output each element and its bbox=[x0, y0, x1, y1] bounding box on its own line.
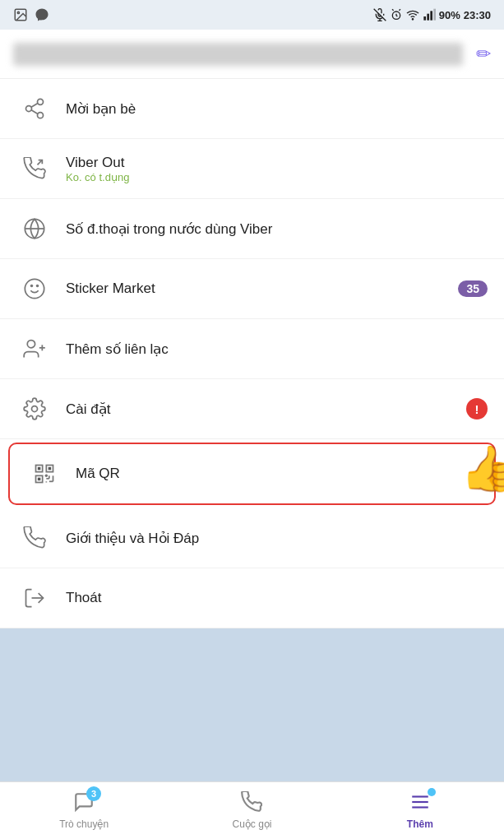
status-bar-right: 90% 23:30 bbox=[373, 8, 491, 21]
svg-rect-10 bbox=[433, 9, 436, 21]
svg-rect-7 bbox=[423, 16, 426, 21]
nav-item-more[interactable]: Thêm bbox=[336, 782, 504, 839]
phone-numbers-label: Số đ.thoại trong nước dùng Viber bbox=[66, 220, 488, 238]
svg-rect-9 bbox=[430, 11, 432, 20]
svg-point-6 bbox=[412, 19, 413, 20]
logout-label: Thoát bbox=[66, 590, 488, 606]
menu-item-logout[interactable]: Thoát bbox=[0, 568, 504, 628]
sticker-badge: 35 bbox=[458, 280, 488, 297]
wifi-icon bbox=[406, 8, 419, 21]
time-text: 23:30 bbox=[464, 9, 491, 21]
alarm-icon bbox=[390, 8, 403, 21]
menu-item-qr[interactable]: Mã QR bbox=[8, 443, 496, 505]
nav-item-calls[interactable]: Cuộc gọi bbox=[168, 782, 335, 839]
qr-wrapper: Mã QR 👍 bbox=[5, 443, 499, 505]
status-bar: 90% 23:30 bbox=[0, 0, 504, 30]
menu-item-invite[interactable]: Mời bạn bè bbox=[0, 79, 504, 139]
svg-line-14 bbox=[31, 110, 38, 114]
calls-nav-icon bbox=[241, 791, 262, 816]
more-dot bbox=[428, 788, 436, 796]
settings-alert: ! bbox=[466, 398, 488, 420]
signal-icon bbox=[423, 8, 436, 21]
add-contact-label: Thêm số liên lạc bbox=[66, 341, 488, 358]
invite-label: Mời bạn bè bbox=[66, 100, 488, 118]
more-nav-icon bbox=[409, 791, 431, 816]
svg-point-12 bbox=[26, 106, 32, 112]
viber-help-icon bbox=[16, 520, 53, 556]
svg-rect-8 bbox=[427, 14, 429, 21]
battery-text: 90% bbox=[439, 9, 460, 21]
svg-point-19 bbox=[25, 279, 44, 298]
add-contact-icon bbox=[16, 331, 53, 367]
edit-icon[interactable]: ✏ bbox=[476, 44, 491, 65]
svg-point-11 bbox=[38, 99, 44, 104]
share-icon bbox=[16, 90, 53, 127]
svg-point-22 bbox=[27, 341, 35, 348]
globe-icon bbox=[16, 211, 53, 247]
svg-line-5 bbox=[399, 9, 400, 10]
settings-label: Cài đặt bbox=[66, 401, 466, 418]
viber-out-sub: Ko. có t.dụng bbox=[66, 171, 488, 183]
menu-item-viber-out[interactable]: Viber Out Ko. có t.dụng bbox=[0, 139, 504, 199]
bottom-nav: 3 Trò chuyện Cuộc gọi Thêm bbox=[0, 781, 504, 839]
mute-icon bbox=[373, 8, 386, 21]
svg-rect-29 bbox=[49, 467, 52, 470]
qr-label: Mã QR bbox=[76, 466, 478, 482]
svg-line-15 bbox=[31, 104, 38, 108]
svg-line-4 bbox=[392, 9, 394, 10]
sticker-icon bbox=[16, 271, 53, 307]
viber-out-label: Viber Out bbox=[66, 155, 488, 171]
more-label: Thêm bbox=[407, 818, 433, 830]
svg-point-1 bbox=[17, 12, 19, 13]
svg-rect-31 bbox=[38, 478, 41, 481]
gallery-icon bbox=[13, 7, 28, 22]
profile-info-blurred bbox=[13, 43, 463, 66]
menu-item-help[interactable]: Giới thiệu và Hỏi Đáp bbox=[0, 508, 504, 568]
svg-point-13 bbox=[38, 113, 44, 118]
viber-out-text: Viber Out Ko. có t.dụng bbox=[66, 155, 488, 183]
chats-label: Trò chuyện bbox=[59, 818, 109, 830]
menu-list: Mời bạn bè Viber Out Ko. có t.dụng bbox=[0, 79, 504, 628]
svg-point-25 bbox=[32, 406, 38, 412]
sticker-label: Sticker Market bbox=[66, 280, 458, 297]
viber-out-icon bbox=[16, 151, 53, 187]
svg-rect-27 bbox=[38, 467, 41, 470]
menu-item-add-contact[interactable]: Thêm số liên lạc bbox=[0, 319, 504, 379]
status-bar-left bbox=[13, 7, 49, 22]
header: ✏ bbox=[0, 30, 504, 79]
chats-nav-icon: 3 bbox=[73, 791, 95, 816]
menu-item-settings[interactable]: Cài đặt ! bbox=[0, 379, 504, 439]
menu-item-phone-numbers[interactable]: Số đ.thoại trong nước dùng Viber bbox=[0, 199, 504, 259]
menu-item-sticker[interactable]: Sticker Market 35 bbox=[0, 259, 504, 319]
logout-icon bbox=[16, 580, 53, 616]
chats-badge: 3 bbox=[86, 786, 101, 801]
menu-content: Mời bạn bè Viber Out Ko. có t.dụng bbox=[0, 79, 504, 781]
calls-label: Cuộc gọi bbox=[232, 818, 271, 830]
nav-item-chats[interactable]: 3 Trò chuyện bbox=[0, 782, 168, 839]
qr-icon bbox=[26, 456, 62, 492]
settings-icon bbox=[16, 391, 53, 427]
help-label: Giới thiệu và Hỏi Đáp bbox=[66, 530, 488, 547]
messenger-icon bbox=[35, 7, 49, 22]
